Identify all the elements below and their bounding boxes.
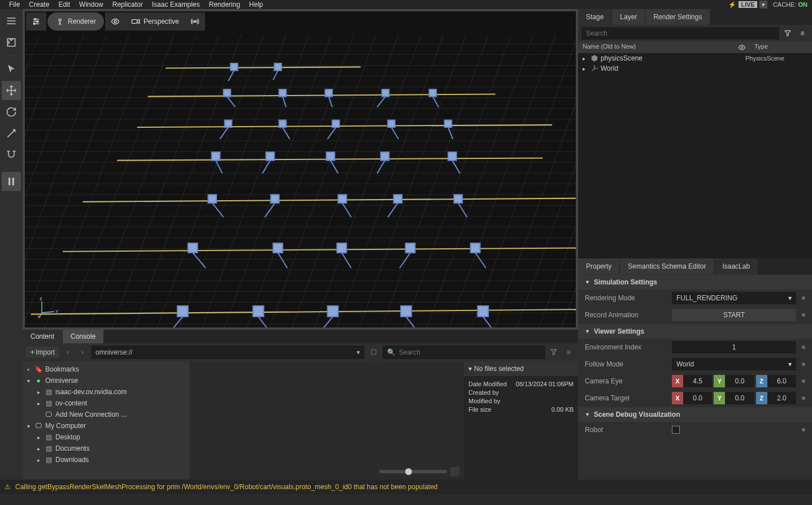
- svg-rect-39: [332, 120, 340, 127]
- tab-console[interactable]: Console: [63, 330, 103, 343]
- camera-eye-z[interactable]: Z6.0: [756, 375, 796, 387]
- reset-dot[interactable]: [802, 362, 805, 366]
- stage-row-physicsscene[interactable]: ▸ physicsScene PhysicsScene: [578, 53, 812, 63]
- rendering-mode-label: Rendering Mode: [585, 294, 668, 302]
- filter-icon[interactable]: [548, 346, 560, 359]
- status-message: Calling getBypassRenderSkelMeshProcessin…: [15, 483, 438, 491]
- viewport[interactable]: Renderer Perspective: [25, 11, 576, 327]
- perspective-label: Perspective: [144, 18, 179, 25]
- tab-semantics[interactable]: Semantics Schema Editor: [620, 258, 714, 274]
- tab-stage[interactable]: Stage: [578, 9, 611, 25]
- tree-my-computer[interactable]: ▾🖵My Computer: [23, 420, 190, 431]
- bookmark-icon[interactable]: ☐: [367, 346, 380, 359]
- content-grid[interactable]: [190, 361, 464, 480]
- nav-back-icon[interactable]: ‹: [62, 346, 74, 359]
- live-indicator[interactable]: ⚡ LIVE ▾: [728, 1, 767, 8]
- nav-forward-icon[interactable]: ›: [76, 346, 89, 359]
- camera-target-x[interactable]: X0.0: [672, 392, 712, 404]
- camera-target-y[interactable]: Y0.0: [714, 392, 754, 404]
- stage-row-world[interactable]: ▸ World: [578, 63, 812, 74]
- menu-isaac-examples[interactable]: Isaac Examples: [147, 1, 205, 8]
- section-sim-settings[interactable]: ▼Simulation Settings: [578, 275, 812, 290]
- col-name-header[interactable]: Name (Old to New): [578, 42, 734, 53]
- statusbar: ⚠ Calling getBypassRenderSkelMeshProcess…: [0, 480, 812, 494]
- robot-checkbox[interactable]: [672, 426, 680, 434]
- reset-dot[interactable]: [802, 428, 805, 431]
- select-tool[interactable]: [2, 59, 21, 79]
- svg-rect-43: [445, 120, 452, 127]
- svg-point-15: [194, 21, 196, 23]
- scale-tool[interactable]: [2, 124, 21, 143]
- frame-icon[interactable]: [2, 33, 21, 52]
- tree-add-conn[interactable]: 🖵Add New Connection ...: [23, 409, 190, 420]
- content-search[interactable]: 🔍: [383, 346, 545, 359]
- visibility-icon[interactable]: [105, 12, 125, 31]
- content-search-input[interactable]: [399, 348, 541, 356]
- col-type-header[interactable]: Type: [750, 42, 812, 53]
- move-tool[interactable]: [2, 81, 21, 100]
- reset-dot[interactable]: [802, 346, 805, 349]
- tree-desktop[interactable]: ▸▤Desktop: [23, 431, 190, 443]
- menu-file[interactable]: File: [5, 1, 24, 8]
- svg-point-95: [741, 46, 743, 49]
- options-icon[interactable]: ≡: [562, 346, 575, 359]
- menu-rendering[interactable]: Rendering: [204, 1, 244, 8]
- camera-eye-y[interactable]: Y0.0: [714, 375, 754, 387]
- svg-rect-17: [25, 35, 576, 327]
- follow-mode-select[interactable]: World▾: [672, 358, 796, 370]
- chevron-down-icon[interactable]: ▾: [468, 365, 472, 373]
- tree-bookmarks[interactable]: ▪🔖Bookmarks: [23, 364, 190, 375]
- tree-omniverse[interactable]: ▾●Omniverse: [23, 375, 190, 386]
- tab-content[interactable]: Content: [23, 330, 62, 343]
- menu-window[interactable]: Window: [75, 1, 108, 8]
- filter-icon[interactable]: [781, 27, 794, 40]
- broadcast-icon[interactable]: [185, 12, 205, 31]
- svg-text:Y: Y: [55, 309, 59, 314]
- tree-ov-content[interactable]: ▸▤ov-content: [23, 398, 190, 409]
- menu-create[interactable]: Create: [24, 1, 54, 8]
- menu-edit[interactable]: Edit: [54, 1, 75, 8]
- svg-rect-85: [401, 306, 411, 317]
- rendering-mode-select[interactable]: FULL_RENDERING▾: [672, 292, 796, 304]
- rotate-tool[interactable]: [2, 102, 21, 122]
- camera-eye-x[interactable]: X4.5: [672, 375, 712, 387]
- thumbnail-slider[interactable]: [379, 467, 459, 476]
- stage-search-input[interactable]: [581, 27, 779, 40]
- reset-dot[interactable]: [802, 296, 805, 300]
- pause-button[interactable]: [2, 172, 21, 191]
- options-icon[interactable]: ≡: [796, 27, 809, 40]
- snap-tool[interactable]: [2, 145, 21, 165]
- tree-isaac-dev[interactable]: ▸▤isaac-dev.ov.nvidia.com: [23, 386, 190, 398]
- reset-dot[interactable]: [802, 379, 805, 383]
- svg-rect-41: [388, 120, 395, 127]
- tab-layer[interactable]: Layer: [612, 9, 645, 25]
- tab-isaaclab[interactable]: IsaacLab: [714, 258, 758, 274]
- section-viewer-settings[interactable]: ▼Viewer Settings: [578, 324, 812, 339]
- eye-icon[interactable]: [734, 42, 750, 53]
- svg-rect-65: [454, 195, 462, 203]
- tab-property[interactable]: Property: [578, 258, 619, 274]
- menu-replicator[interactable]: Replicator: [108, 1, 147, 8]
- camera-dropdown[interactable]: Perspective: [125, 12, 185, 31]
- reset-dot[interactable]: [802, 396, 805, 400]
- drive-icon: ▤: [44, 387, 53, 396]
- start-button[interactable]: START: [672, 309, 796, 321]
- renderer-dropdown[interactable]: Renderer: [47, 12, 104, 31]
- tab-render-settings[interactable]: Render Settings: [645, 9, 710, 25]
- path-dropdown-icon[interactable]: ▾: [357, 348, 360, 356]
- viewport-settings-icon[interactable]: [26, 12, 46, 31]
- created-label: Created by: [468, 389, 499, 396]
- section-debug-vis[interactable]: ▼Scene Debug Visualization: [578, 407, 812, 422]
- hamburger-icon[interactable]: [2, 11, 21, 31]
- camera-target-z[interactable]: Z2.0: [756, 392, 796, 404]
- menu-help[interactable]: Help: [245, 1, 268, 8]
- grid-view-icon[interactable]: [450, 467, 459, 476]
- import-button[interactable]: +Import: [26, 347, 59, 358]
- tree-documents[interactable]: ▸▤Documents: [23, 443, 190, 454]
- path-field[interactable]: omniverse://▾: [91, 346, 364, 359]
- chevron-down-icon[interactable]: ▾: [759, 1, 767, 8]
- svg-rect-68: [188, 243, 198, 253]
- reset-dot[interactable]: [802, 313, 805, 317]
- tree-downloads[interactable]: ▸▤Downloads: [23, 454, 190, 465]
- env-index-input[interactable]: 1: [672, 341, 796, 353]
